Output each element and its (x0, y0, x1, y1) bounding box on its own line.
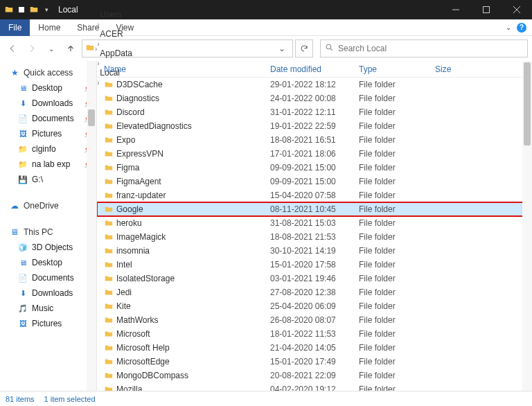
file-name: MongoDBCompass (116, 371, 270, 380)
file-row[interactable]: FigmaAgent09-09-2021 15:00File folder (97, 175, 532, 188)
file-row[interactable]: ElevatedDiagnostics19-01-2022 22:59File … (97, 119, 532, 133)
files-scrollbar[interactable] (522, 61, 532, 391)
file-type: File folder (359, 329, 435, 339)
address-search-row: ⌄ › Users›ACER›AppData›Local› ⌄ (0, 36, 532, 61)
file-row[interactable]: MicrosoftEdge15-01-2020 17:49File folder (97, 355, 532, 369)
file-name: Expo (116, 135, 270, 145)
quick-access-label: Quick access (24, 68, 73, 78)
file-row[interactable]: insomnia30-10-2021 14:19File folder (97, 244, 532, 258)
file-row[interactable]: ExpressVPN17-01-2021 18:06File folder (97, 147, 532, 161)
qat-button-1[interactable] (15, 3, 28, 16)
col-date[interactable]: Date modified (270, 64, 359, 74)
address-bar[interactable]: › Users›ACER›AppData›Local› ⌄ (82, 39, 293, 58)
file-row[interactable]: franz-updater15-04-2020 07:58File folder (97, 188, 532, 202)
breadcrumb-acer[interactable]: ACER (97, 29, 135, 39)
nav-item[interactable]: 🖼Pictures (0, 316, 96, 331)
nav-item[interactable]: 💾G:\ (0, 172, 96, 187)
back-button[interactable] (4, 40, 21, 57)
folder-icon (104, 357, 116, 367)
qat-overflow[interactable]: ▾ (40, 3, 53, 16)
search-input[interactable] (338, 44, 523, 53)
nav-item[interactable]: 🖼Pictures📌 (0, 126, 96, 141)
status-bar: 81 items 1 item selected (0, 391, 532, 406)
file-date: 27-08-2020 12:38 (270, 288, 359, 297)
file-row[interactable]: heroku31-08-2021 15:03File folder (97, 216, 532, 230)
forward-button[interactable] (24, 40, 40, 57)
folder-icon (104, 385, 116, 391)
help-icon[interactable]: ? (517, 23, 526, 33)
file-name: Microsoft Help (116, 343, 270, 353)
nav-item[interactable]: ⬇Downloads (0, 285, 96, 301)
breadcrumb-users[interactable]: Users (97, 10, 135, 19)
folder-icon: 📁 (18, 145, 28, 154)
close-button[interactable] (502, 0, 532, 19)
file-row[interactable]: Diagnostics24-01-2022 00:08File folder (97, 91, 532, 105)
breadcrumb-appdata[interactable]: AppData (97, 48, 135, 58)
file-type: File folder (359, 301, 435, 311)
tab-file[interactable]: File (0, 19, 30, 36)
minimize-button[interactable] (441, 0, 471, 19)
file-date: 19-01-2022 22:59 (270, 121, 359, 131)
nav-item[interactable]: 🖥Desktop📌 (0, 80, 96, 96)
col-type[interactable]: Type (359, 64, 435, 74)
file-type: File folder (359, 149, 435, 159)
file-row[interactable]: Microsoft18-01-2022 11:53File folder (97, 327, 532, 341)
folder-icon (104, 274, 116, 283)
recent-locations-button[interactable]: ⌄ (43, 40, 60, 57)
file-row[interactable]: Jedi27-08-2020 12:38File folder (97, 285, 532, 299)
file-type: File folder (359, 80, 435, 89)
quick-access-header[interactable]: ★ Quick access (0, 65, 96, 80)
up-button[interactable] (62, 40, 79, 57)
nav-item[interactable]: 📄Documents (0, 270, 96, 285)
file-row[interactable]: Expo18-08-2021 16:51File folder (97, 133, 532, 147)
search-box[interactable] (320, 39, 528, 58)
file-row[interactable]: IsolatedStorage03-01-2021 19:46File fold… (97, 272, 532, 285)
nav-label: Desktop (32, 258, 62, 267)
nav-item[interactable]: ⬇Downloads📌 (0, 96, 96, 111)
col-name[interactable]: Name (104, 64, 270, 74)
nav-item[interactable]: 📁clginfo📌 (0, 141, 96, 157)
folder-icon (104, 80, 116, 89)
nav-label: 3D Objects (32, 242, 73, 252)
maximize-button[interactable] (471, 0, 502, 19)
onedrive-header[interactable]: ☁ OneDrive (0, 198, 96, 213)
nav-label: Documents (32, 114, 74, 123)
nav-item[interactable]: 🎵Music (0, 301, 96, 316)
file-row[interactable]: ImageMagick18-08-2021 21:53File folder (97, 230, 532, 244)
file-name: Mozilla (116, 385, 270, 391)
col-size[interactable]: Size (435, 64, 477, 74)
file-row[interactable]: Figma09-09-2021 15:00File folder (97, 161, 532, 175)
file-row[interactable]: Mozilla04-02-2020 19:12File folder (97, 382, 532, 391)
thispc-header[interactable]: 🖥 This PC (0, 224, 96, 240)
file-date: 18-01-2022 11:53 (270, 329, 359, 339)
file-row[interactable]: Intel15-01-2020 17:58File folder (97, 258, 532, 272)
nav-item[interactable]: 📁na lab exp📌 (0, 157, 96, 172)
nav-item[interactable]: 🖥Desktop (0, 255, 96, 270)
file-date: 15-04-2020 07:58 (270, 191, 359, 200)
nav-item[interactable]: 🧊3D Objects (0, 240, 96, 255)
tab-home[interactable]: Home (30, 19, 69, 36)
column-headers[interactable]: Name Date modified Type Size (97, 61, 532, 78)
file-row[interactable]: Discord31-01-2022 12:11File folder (97, 105, 532, 119)
nav-scrollbar[interactable] (87, 61, 96, 391)
qat-button-2[interactable] (28, 3, 40, 16)
file-row[interactable]: Google08-11-2021 10:45File folder (97, 202, 532, 216)
file-row[interactable]: Kite25-04-2020 06:09File folder (97, 299, 532, 313)
nav-item[interactable]: 📄Documents📌 (0, 111, 96, 126)
file-type: File folder (359, 232, 435, 242)
file-date: 25-04-2020 06:09 (270, 301, 359, 311)
file-type: File folder (359, 107, 435, 117)
file-type: File folder (359, 135, 435, 145)
folder-icon (104, 232, 116, 242)
folder-icon (104, 94, 116, 103)
file-row[interactable]: MongoDBCompass20-08-2021 22:09File folde… (97, 369, 532, 382)
pictures-icon: 🖼 (18, 130, 28, 138)
file-row[interactable]: Microsoft Help21-04-2020 14:05File folde… (97, 341, 532, 355)
address-dropdown-icon[interactable]: ⌄ (274, 44, 290, 53)
ribbon-collapse-icon[interactable]: ⌄ (506, 24, 511, 31)
file-row[interactable]: D3DSCache29-01-2022 18:12File folder (97, 78, 532, 91)
refresh-button[interactable] (295, 39, 313, 58)
file-list: Name Date modified Type Size D3DSCache29… (97, 61, 532, 391)
file-date: 08-11-2021 10:45 (270, 204, 359, 214)
file-row[interactable]: MathWorks26-08-2020 08:07File folder (97, 313, 532, 327)
